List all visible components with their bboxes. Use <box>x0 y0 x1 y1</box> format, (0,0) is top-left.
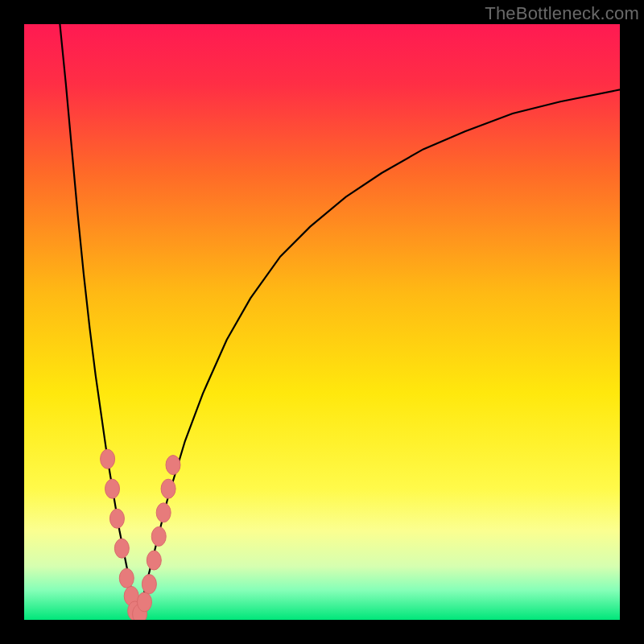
scatter-dot <box>119 568 134 588</box>
plot-area <box>24 24 620 620</box>
curve-left-branch <box>60 24 137 620</box>
scatter-dot <box>101 449 115 469</box>
watermark-text: TheBottleneck.com <box>485 3 639 24</box>
curve-right-branch <box>138 89 620 620</box>
chart-frame: TheBottleneck.com <box>0 0 644 644</box>
scatter-dots <box>101 449 180 620</box>
scatter-dot <box>114 539 129 558</box>
scatter-dot <box>161 479 175 498</box>
curves-layer <box>24 24 620 620</box>
scatter-dot <box>109 509 124 528</box>
scatter-dot <box>166 456 180 475</box>
scatter-dot <box>137 592 151 612</box>
scatter-dot <box>142 575 156 594</box>
scatter-dot <box>156 503 171 522</box>
scatter-dot <box>151 526 166 546</box>
scatter-dot <box>105 479 120 498</box>
scatter-dot <box>147 551 161 570</box>
